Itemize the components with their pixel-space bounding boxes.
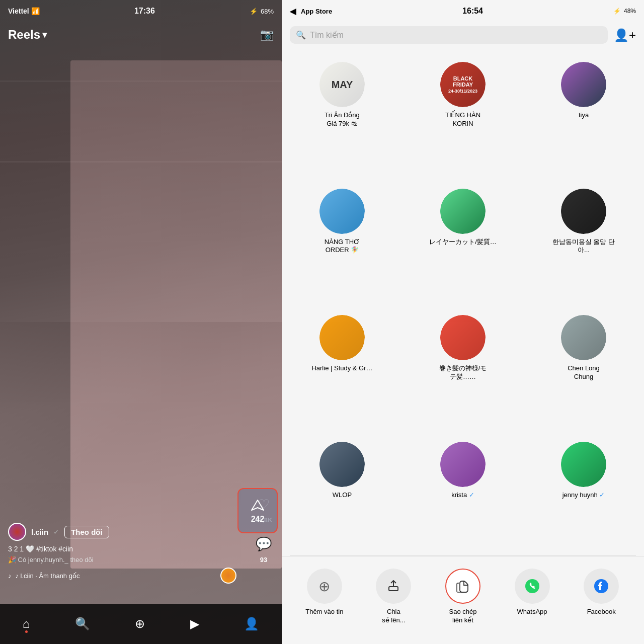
share-option-label-chia-se-len: Chia sẻ lên... [382,608,405,625]
battery-icon: ⚡ [250,8,258,15]
account-name-jenny: jenny huynh ✓ [562,491,605,500]
search-container[interactable]: 🔍 Tìm kiếm [290,26,608,44]
carrier-info: Viettel 📶 [8,7,40,15]
follow-button[interactable]: Theo dõi [64,526,109,538]
music-note-icon: ♪ [8,572,12,580]
account-avatar-jenny [561,442,606,487]
back-nav[interactable]: ◀ App Store [290,7,332,16]
share-option-icon-facebook [584,569,619,604]
share-options-row: ⊕Thêm vào tinChia sẻ lên...Sao chép liên… [282,565,644,629]
share-option-label-facebook: Facebook [587,608,616,616]
music-row: ♪ ♪ l.ciin · Âm thanh gốc [8,568,236,584]
account-item-nangho[interactable]: NÀNG THƠ ORDER 🧚‍♀️ [282,181,403,307]
account-name-han: 한남동미용실 올망 단 아... [552,238,615,255]
share-count: 242 [251,515,265,524]
share-option-sao-chep[interactable]: Sao chép liên kết [438,569,488,625]
account-name-harlie: Harlie | Study & Gr… [311,364,372,373]
account-item-han[interactable]: 한남동미용실 올망 단 아... [523,181,644,307]
comment-count: 93 [260,556,267,564]
carrier-text: Viettel [8,7,29,15]
share-option-them-vao-tin[interactable]: ⊕Thêm vào tin [299,569,350,616]
account-avatar-han [561,189,606,234]
account-item-layer[interactable]: レイヤーカット/髪質… [403,181,523,307]
account-name-tiya: tiya [579,111,589,120]
account-avatar-black-friday: BLACKFRIDAY24-30/11/2023 [440,62,486,107]
search-row: 🔍 Tìm kiếm 👤+ [282,22,644,50]
account-avatar-maki [440,315,486,360]
account-item-harlie[interactable]: Harlie | Study & Gr… [282,307,403,434]
follower-note: 🎉 Có jenny.huynh._ theo dõi [8,556,236,564]
share-icon [250,498,265,513]
svg-rect-2 [389,587,398,591]
nav-home[interactable]: ⌂ [23,617,30,631]
reels-header: Reels ▾ 📷 [0,22,282,47]
nav-profile[interactable]: 👤 [244,617,259,631]
music-text: ♪ l.ciin · Âm thanh gốc [16,572,80,580]
share-option-whatsapp[interactable]: WhatsApp [507,569,557,616]
share-option-chia-se-len[interactable]: Chia sẻ lên... [368,569,419,625]
share-option-label-whatsapp: WhatsApp [517,608,547,616]
share-option-facebook[interactable]: Facebook [576,569,626,616]
reels-nav-icon: ▶ [190,617,199,631]
account-name-layer: レイヤーカット/髪質… [429,238,497,247]
back-arrow-icon: ◀ [290,7,296,16]
left-panel: Viettel 📶 17:36 ⚡ 68% Reels ▾ 📷 242 ♡ [0,0,282,644]
account-avatar-layer [440,189,486,234]
battery-percent: 68% [261,8,274,15]
account-item-jenny[interactable]: jenny huynh ✓ [523,434,644,552]
bottom-user-info: l.ciin ✓ Theo dõi 3 2 1 🤍 #tiktok #ciin … [8,523,236,584]
accounts-grid: MAYTri Ân Đồng Giá 79k 🛍BLACKFRIDAY24-30… [282,50,644,555]
camera-icon[interactable]: 📷 [260,28,274,41]
account-item-may[interactable]: MAYTri Ân Đồng Giá 79k 🛍 [282,54,403,181]
account-avatar-chen [561,315,606,360]
share-option-icon-chia-se-len [376,569,411,604]
user-row: l.ciin ✓ Theo dõi [8,523,236,541]
share-option-icon-them-vao-tin: ⊕ [307,569,342,604]
comment-action[interactable]: 💬 93 [254,534,274,564]
account-name-maki: 巻き髪の神様/モ テ髪…… [439,364,487,381]
home-icon: ⌂ [23,617,30,631]
add-icon: ⊕ [135,617,145,631]
share-option-label-sao-chep: Sao chép liên kết [449,608,477,625]
nav-add[interactable]: ⊕ [135,617,145,631]
wifi-icon: 📶 [31,7,40,15]
share-button-highlighted[interactable]: 242 [237,488,278,533]
account-item-krista[interactable]: krista ✓ [403,434,523,552]
account-item-black-friday[interactable]: BLACKFRIDAY24-30/11/2023TIẾNG HÀN KORIN [403,54,523,181]
share-option-icon-sao-chep [445,569,480,604]
account-item-tiya[interactable]: tiya [523,54,644,181]
nav-reels[interactable]: ▶ [190,617,199,631]
account-avatar-harlie [319,315,365,360]
profile-icon: 👤 [244,617,259,631]
right-battery-icon: ⚡ [613,8,621,15]
account-name-chen: Chen Long Chung [568,364,600,381]
user-avatar[interactable] [8,523,26,541]
account-item-maki[interactable]: 巻き髪の神様/モ テ髪…… [403,307,523,434]
svg-marker-0 [252,500,264,510]
search-placeholder: Tìm kiếm [310,30,344,40]
time-display: 17:36 [134,7,155,16]
account-avatar-nangho [319,189,365,234]
comment-icon: 💬 [254,534,274,554]
account-item-wlop[interactable]: WLOP [282,434,403,552]
add-user-button[interactable]: 👤+ [614,28,636,42]
account-avatar-wlop [319,442,365,487]
back-label: App Store [301,8,332,15]
nav-search[interactable]: 🔍 [75,617,90,631]
username[interactable]: l.ciin [31,528,48,536]
account-item-chen[interactable]: Chen Long Chung [523,307,644,434]
bottom-nav: ⌂ 🔍 ⊕ ▶ 👤 [0,604,282,644]
right-panel: ◀ App Store 16:54 ⚡ 48% 🔍 Tìm kiếm 👤+ MA… [282,0,644,644]
caption: 3 2 1 🤍 #tiktok #ciin [8,545,236,553]
share-options: ⊕Thêm vào tinChia sẻ lên...Sao chép liên… [282,556,644,644]
search-nav-icon: 🔍 [75,617,90,631]
account-name-nangho: NÀNG THƠ ORDER 🧚‍♀️ [325,238,360,255]
battery-info: ⚡ 68% [250,8,274,15]
search-icon: 🔍 [296,30,306,40]
right-battery: ⚡ 48% [613,8,636,15]
share-option-icon-whatsapp [515,569,550,604]
nav-active-dot [25,630,28,633]
right-time: 16:54 [462,7,483,16]
account-avatar-tiya [561,62,606,107]
reels-title: Reels ▾ [8,28,47,42]
